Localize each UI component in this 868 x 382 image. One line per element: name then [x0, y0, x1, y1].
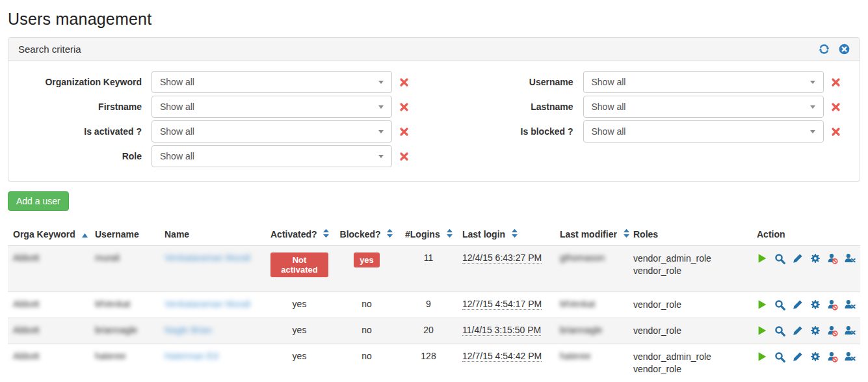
- logins-cell: 128: [400, 344, 457, 382]
- settings-icon[interactable]: [810, 325, 821, 336]
- filter-select[interactable]: Show all: [583, 120, 824, 143]
- activated-cell: yes: [265, 292, 334, 318]
- user-name-link[interactable]: Venkataraman Murali: [164, 299, 250, 309]
- role-label: vendor_role: [633, 325, 746, 337]
- delete-user-icon[interactable]: [845, 351, 856, 362]
- view-user-icon[interactable]: [774, 253, 785, 264]
- play-icon[interactable]: [757, 253, 767, 264]
- filter-select-value: Show all: [160, 102, 194, 112]
- table-row: Abbott hateree Haterman Ed yes no 128 12…: [8, 344, 860, 382]
- block-user-icon[interactable]: [828, 253, 838, 264]
- column-header[interactable]: Activated?: [265, 223, 334, 246]
- column-header[interactable]: Action: [752, 223, 860, 246]
- refresh-icon[interactable]: [819, 44, 830, 55]
- play-icon[interactable]: [757, 325, 767, 336]
- last-modifier-cell: MVenkat: [555, 292, 628, 318]
- blocked-cell: no: [334, 292, 400, 318]
- column-header[interactable]: #Logins: [400, 223, 457, 246]
- block-user-icon[interactable]: [828, 325, 838, 336]
- column-header[interactable]: Last modifier: [555, 223, 628, 246]
- filters-left-column: Organization Keyword Show all Firstname …: [18, 71, 434, 167]
- user-name-link[interactable]: Haterman Ed: [164, 351, 218, 361]
- delete-user-icon[interactable]: [845, 253, 856, 264]
- view-user-icon[interactable]: [774, 299, 785, 310]
- filter-row: Organization Keyword Show all: [18, 71, 434, 93]
- filter-select[interactable]: Show all: [151, 96, 392, 118]
- column-header[interactable]: Roles: [628, 223, 752, 246]
- clear-filter-icon[interactable]: [399, 77, 409, 87]
- users-table-header: Orga Keyword Username Name Activated? Bl…: [8, 223, 860, 246]
- edit-user-icon[interactable]: [793, 325, 803, 336]
- delete-user-icon[interactable]: [845, 325, 856, 336]
- search-panel-title: Search criteria: [18, 44, 81, 55]
- column-header[interactable]: Blocked?: [334, 223, 400, 246]
- filter-select[interactable]: Show all: [583, 96, 824, 118]
- last-login-date: 12/7/15 4:54:42 PM: [462, 351, 542, 362]
- chevron-down-icon: [378, 105, 384, 109]
- column-header[interactable]: Last login: [457, 223, 555, 246]
- logins-cell: 9: [400, 292, 457, 318]
- clear-filter-icon[interactable]: [399, 102, 409, 112]
- settings-icon[interactable]: [810, 299, 821, 310]
- filter-select-value: Show all: [592, 77, 626, 87]
- name-cell: Venkataraman Murali: [159, 246, 265, 292]
- edit-user-icon[interactable]: [793, 253, 803, 264]
- column-header[interactable]: Orga Keyword: [8, 223, 90, 246]
- add-user-button[interactable]: Add a user: [8, 191, 69, 211]
- edit-user-icon[interactable]: [793, 351, 803, 362]
- filter-label: Is blocked ?: [450, 126, 583, 137]
- last-login-cell: 12/7/15 4:54:42 PM: [457, 344, 555, 382]
- clear-filter-icon[interactable]: [831, 102, 841, 112]
- clear-filter-icon[interactable]: [831, 77, 841, 87]
- filter-row: Is blocked ? Show all: [450, 120, 850, 143]
- username-cell: MVenkat: [90, 292, 159, 318]
- view-user-icon[interactable]: [774, 325, 785, 336]
- table-row: Abbott murali Venkataraman Murali Not ac…: [8, 246, 860, 292]
- sort-icon: [322, 228, 330, 240]
- filter-select-value: Show all: [160, 126, 194, 137]
- orga-keyword-cell: Abbott: [8, 318, 90, 344]
- username-cell: murali: [90, 246, 159, 292]
- activated-cell: Not activated: [265, 246, 334, 292]
- role-label: vendor_admin_role: [633, 351, 746, 363]
- clear-filter-icon[interactable]: [399, 152, 409, 161]
- clear-filter-icon[interactable]: [399, 127, 409, 137]
- block-user-icon[interactable]: [828, 299, 838, 310]
- view-user-icon[interactable]: [774, 351, 785, 362]
- column-header[interactable]: Username: [90, 223, 159, 246]
- edit-user-icon[interactable]: [793, 299, 803, 310]
- filter-select-value: Show all: [160, 151, 194, 161]
- last-modifier-cell: hateree: [555, 344, 628, 382]
- settings-icon[interactable]: [810, 351, 821, 362]
- play-icon[interactable]: [757, 351, 767, 362]
- filter-row: Lastname Show all: [450, 96, 850, 118]
- clear-filter-icon[interactable]: [831, 127, 841, 137]
- settings-icon[interactable]: [810, 253, 821, 264]
- role-label: vendor_role: [633, 265, 746, 277]
- last-login-cell: 12/4/15 6:43:27 PM: [457, 246, 555, 292]
- search-criteria-panel: Search criteria: [8, 37, 860, 182]
- blocked-cell: yes: [334, 246, 400, 292]
- filter-select[interactable]: Show all: [151, 145, 392, 167]
- page-title: Users management: [8, 10, 860, 29]
- blocked-cell: no: [334, 318, 400, 344]
- filter-select[interactable]: Show all: [151, 71, 392, 93]
- block-user-icon[interactable]: [828, 351, 838, 362]
- filter-select[interactable]: Show all: [151, 120, 392, 143]
- close-panel-icon[interactable]: [839, 44, 850, 55]
- filter-row: Username Show all: [450, 71, 850, 93]
- filter-row: Is activated ? Show all: [18, 120, 434, 143]
- chevron-down-icon: [378, 81, 384, 84]
- last-login-cell: 12/7/15 4:54:17 PM: [457, 292, 555, 318]
- sort-icon: [386, 228, 393, 240]
- filter-label: Organization Keyword: [18, 77, 151, 87]
- play-icon[interactable]: [757, 299, 767, 310]
- user-name-link[interactable]: Nagle Brian: [164, 325, 212, 335]
- user-name-link[interactable]: Venkataraman Murali: [164, 252, 250, 263]
- orga-keyword-cell: Abbott: [8, 344, 90, 382]
- filters-right-column: Username Show all Lastname Show all Is b…: [434, 71, 850, 167]
- actions-cell: [752, 292, 860, 318]
- filter-select[interactable]: Show all: [583, 71, 824, 93]
- delete-user-icon[interactable]: [845, 299, 856, 310]
- column-header[interactable]: Name: [159, 223, 265, 246]
